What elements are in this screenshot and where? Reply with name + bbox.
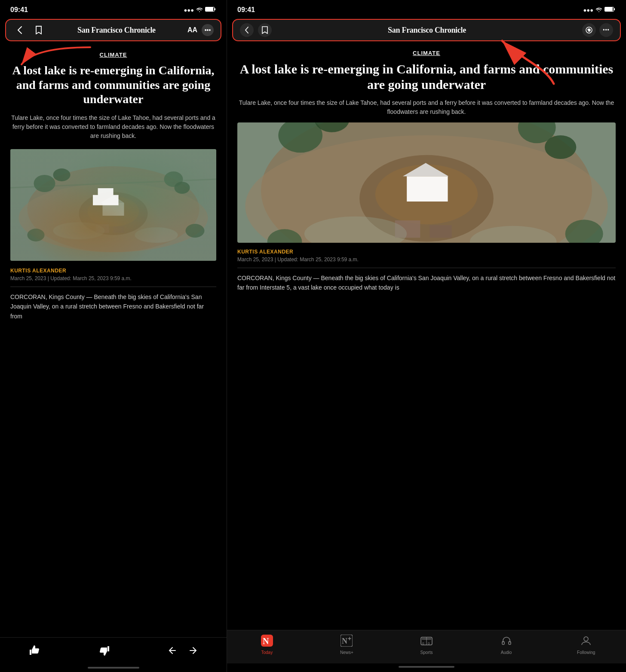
left-bookmark-button[interactable] [32, 23, 46, 37]
svg-point-28 [589, 30, 590, 31]
left-more-icon: ••• [205, 27, 211, 34]
tab-label-following: Following [577, 650, 595, 655]
svg-point-14 [79, 192, 148, 235]
right-nav-title: San Francisco Chronicle [388, 26, 466, 35]
svg-point-7 [19, 183, 208, 252]
left-arrow-overlay [13, 39, 99, 92]
tab-item-audio[interactable]: Audio [494, 635, 519, 655]
tab-label-newsplus: News+ [340, 650, 353, 655]
right-tab-bar: N Today N + News+ 0 [227, 630, 626, 663]
svg-rect-18 [96, 224, 109, 233]
right-status-bar: 09:41 ●●● [227, 0, 626, 17]
left-thumbs-up-button[interactable] [29, 645, 41, 657]
left-nav-arrows [167, 645, 198, 656]
left-wifi-icon [196, 7, 203, 13]
svg-rect-26 [614, 8, 615, 10]
left-article-date: March 25, 2023 | Updated: March 25, 2023… [10, 275, 216, 281]
svg-point-10 [164, 171, 183, 187]
right-nav-left [240, 23, 272, 37]
right-bookmark-button[interactable] [258, 23, 272, 37]
svg-rect-41 [407, 176, 448, 202]
sports-icon: 0 0 [420, 635, 433, 648]
today-icon: N [261, 635, 273, 648]
svg-rect-5 [10, 149, 216, 261]
svg-point-36 [545, 135, 576, 159]
svg-rect-16 [103, 203, 124, 216]
left-nav-right: AA ••• [187, 24, 214, 36]
newsplus-icon: N + [341, 635, 353, 648]
svg-text:0: 0 [428, 641, 430, 645]
svg-rect-25 [605, 7, 613, 11]
right-wifi-icon [595, 7, 602, 13]
right-author-name: KURTIS ALEXANDER [237, 249, 616, 255]
svg-point-22 [135, 227, 178, 243]
right-more-icon: ••• [603, 27, 610, 33]
left-more-button[interactable]: ••• [202, 24, 214, 36]
svg-point-6 [28, 166, 199, 252]
tab-item-following[interactable]: Following [573, 635, 599, 655]
right-nav-right: ••• [582, 23, 613, 37]
svg-point-8 [34, 175, 55, 192]
svg-point-59 [584, 637, 588, 641]
left-phone-panel: 09:41 ●●● [0, 0, 227, 672]
right-article-body: CORCORAN, Kings County — Beneath the big… [237, 273, 616, 293]
svg-line-20 [10, 179, 216, 188]
left-divider [10, 287, 216, 287]
svg-text:N: N [263, 636, 269, 646]
left-home-indicator-bar [88, 667, 139, 669]
tab-label-audio: Audio [501, 650, 512, 655]
svg-text:N: N [342, 637, 347, 645]
left-author-name: KURTIS ALEXANDER [10, 268, 216, 274]
right-article-content: CLIMATE A lost lake is re-emerging in Ca… [227, 43, 626, 630]
tab-item-today[interactable]: N Today [254, 635, 280, 655]
audio-icon [500, 635, 512, 648]
left-back-arrow-button[interactable] [167, 645, 178, 656]
left-aa-button[interactable]: AA [187, 26, 197, 34]
right-signal-icon: ●●● [583, 7, 593, 13]
left-article-subtitle: Tulare Lake, once four times the size of… [10, 113, 216, 141]
right-back-button[interactable] [240, 23, 254, 37]
svg-point-12 [28, 229, 45, 241]
tab-label-sports: Sports [420, 650, 433, 655]
right-article-image [237, 122, 616, 243]
right-article-date: March 25, 2023 | Updated: March 25, 2023… [237, 257, 616, 263]
left-time: 09:41 [10, 6, 28, 14]
left-article-body: CORCORAN, Kings County — Beneath the big… [10, 292, 216, 321]
right-home-indicator [227, 663, 626, 672]
right-home-indicator-bar [399, 666, 454, 668]
left-article-content: CLIMATE A lost lake is re-emerging in Ca… [0, 43, 227, 637]
right-time: 09:41 [237, 6, 255, 14]
left-signal-icon: ●●● [184, 7, 194, 13]
left-flood-image [10, 149, 216, 261]
left-back-button[interactable] [13, 23, 27, 37]
svg-rect-44 [430, 225, 451, 238]
tab-item-sports[interactable]: 0 0 Sports [414, 635, 439, 655]
left-nav-left [13, 23, 46, 37]
svg-text:+: + [348, 635, 351, 642]
tab-item-newsplus[interactable]: N + News+ [334, 635, 359, 655]
right-divider [237, 268, 616, 268]
svg-point-15 [88, 196, 139, 226]
right-article-subtitle: Tulare Lake, once four times the size of… [237, 98, 616, 116]
left-home-indicator [0, 667, 227, 672]
svg-point-21 [53, 222, 105, 239]
svg-rect-3 [215, 8, 215, 10]
right-phone-panel: 09:41 ●●● [227, 0, 626, 672]
tab-label-today: Today [261, 650, 273, 655]
right-share-button[interactable] [582, 23, 596, 37]
svg-rect-19 [114, 226, 124, 233]
right-arrow-overlay [468, 24, 575, 94]
right-more-button[interactable]: ••• [599, 23, 613, 37]
left-nav-title: San Francisco Chronicle [77, 26, 156, 35]
left-thumbs-down-button[interactable] [98, 645, 110, 657]
left-status-bar: 09:41 ●●● [0, 0, 227, 17]
svg-text:0: 0 [422, 641, 424, 645]
left-article-image [10, 149, 216, 261]
right-battery-icon [605, 6, 616, 13]
left-forward-arrow-button[interactable] [188, 645, 198, 656]
right-status-icons: ●●● [583, 6, 616, 13]
svg-point-9 [53, 168, 71, 181]
svg-rect-54 [426, 637, 427, 645]
svg-rect-2 [206, 7, 213, 11]
left-status-icons: ●●● [184, 6, 216, 13]
